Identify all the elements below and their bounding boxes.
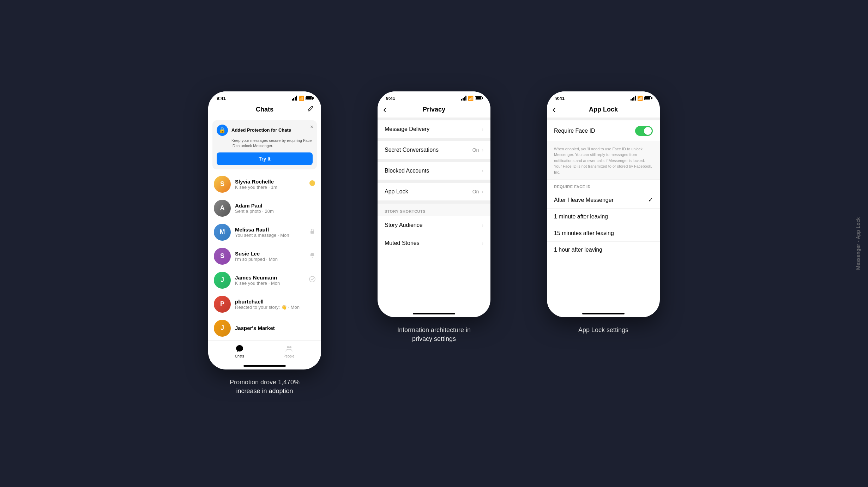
chat-preview: K see you there · 1m (235, 185, 305, 190)
status-icons-3: 📶 (631, 96, 651, 101)
chat-name: pburtchaell (235, 299, 311, 305)
battery-icon-3 (644, 96, 651, 100)
status-icons-2: 📶 (461, 96, 482, 101)
story-audience-item[interactable]: Story Audience › (378, 216, 490, 234)
chat-item[interactable]: P pburtchaell Reacted to your story: 👋 ·… (208, 292, 321, 316)
separator-top-3 (547, 118, 660, 120)
chat-name: Jasper's Market (235, 325, 311, 331)
phone2-caption: Information architecture in privacy sett… (397, 326, 471, 343)
avatar: S (214, 176, 231, 193)
chat-preview: Sent a photo · 20m (235, 209, 311, 214)
status-icons-1: 📶 (292, 96, 313, 101)
chat-item[interactable]: S Slyvia Rochelle K see you there · 1m (208, 172, 321, 196)
chat-preview: K see you there · Mon (235, 281, 305, 286)
option-label-3: 15 minutes after leaving (554, 230, 614, 236)
chat-item[interactable]: M Melissa Rauff You sent a message · Mon (208, 220, 321, 244)
story-audience-label: Story Audience (385, 222, 423, 228)
chevron-icon-2: › (482, 147, 483, 153)
avatar: P (214, 296, 231, 313)
back-button-2[interactable]: ‹ (383, 104, 386, 115)
nav-bar-2: ‹ Privacy (378, 103, 490, 118)
banner-title: Added Protection for Chats (231, 127, 291, 133)
phones-container: 9:41 📶 Chats (187, 91, 681, 396)
muted-stories-label: Muted Stories (385, 240, 420, 246)
require-option-1min[interactable]: 1 minute after leaving (547, 209, 660, 225)
app-lock-content: Require Face ID When enabled, you'll nee… (547, 120, 660, 313)
back-button-3[interactable]: ‹ (553, 104, 556, 115)
sep3 (378, 159, 490, 162)
face-id-description: When enabled, you'll need to use Face ID… (547, 142, 660, 180)
chat-item[interactable]: A Adam Paul Sent a photo · 20m (208, 196, 321, 220)
added-protection-banner: × 🔒 Added Protection for Chats Keep your… (212, 120, 317, 169)
chat-item[interactable]: J James Neumann K see you there · Mon (208, 268, 321, 292)
option-label-4: 1 hour after leaving (554, 247, 602, 253)
chat-item[interactable]: S Susie Lee I'm so pumped · Mon (208, 244, 321, 268)
wifi-icon-1: 📶 (299, 96, 304, 101)
secret-conversations-item[interactable]: Secret Conversations On › (378, 141, 490, 159)
wifi-icon-3: 📶 (637, 96, 643, 101)
sep4 (378, 180, 490, 183)
privacy-settings-list: Message Delivery › Secret Conversations … (378, 120, 490, 313)
time-3: 9:41 (555, 96, 565, 101)
battery-icon-2 (475, 96, 482, 100)
banner-subtitle: Keep your messages secure by requiring F… (231, 138, 313, 149)
tab-bar-1: Chats People (208, 340, 321, 365)
require-option-immediate[interactable]: After I leave Messenger ✓ (547, 192, 660, 209)
wifi-icon-2: 📶 (468, 96, 474, 101)
status-bar-2: 9:41 📶 (378, 91, 490, 103)
require-option-1hr[interactable]: 1 hour after leaving (547, 242, 660, 258)
sep5 (378, 201, 490, 204)
muted-stories-item[interactable]: Muted Stories › (378, 234, 490, 252)
checkmark-icon-1: ✓ (648, 197, 653, 203)
chat-info: Susie Lee I'm so pumped · Mon (235, 251, 305, 262)
svg-point-4 (289, 346, 291, 348)
require-option-15min[interactable]: 15 minutes after leaving (547, 225, 660, 242)
nav-bar-3: ‹ App Lock (547, 103, 660, 118)
chat-preview: I'm so pumped · Mon (235, 257, 305, 262)
option-label-2: 1 minute after leaving (554, 214, 608, 220)
chevron-icon-5: › (482, 222, 483, 228)
tab-chats[interactable]: Chats (235, 344, 244, 358)
chat-meta-icon (309, 228, 315, 236)
face-id-toggle[interactable] (635, 126, 653, 136)
banner-close-button[interactable]: × (310, 124, 313, 130)
try-it-button[interactable]: Try It (217, 152, 313, 165)
chat-name: Susie Lee (235, 251, 305, 257)
status-bar-1: 9:41 📶 (208, 91, 321, 103)
phone1-frame: 9:41 📶 Chats (208, 91, 321, 369)
phone3-frame: 9:41 📶 ‹ App Lock Require Fac (547, 91, 660, 317)
svg-rect-1 (311, 231, 314, 234)
svg-point-3 (287, 346, 289, 348)
battery-icon-1 (306, 96, 313, 100)
chevron-icon-3: › (482, 168, 483, 174)
svg-point-2 (309, 276, 315, 282)
app-lock-item[interactable]: App Lock On › (378, 183, 490, 201)
chat-info: James Neumann K see you there · Mon (235, 275, 305, 286)
chat-list: S Slyvia Rochelle K see you there · 1m A… (208, 172, 321, 340)
message-delivery-item[interactable]: Message Delivery › (378, 120, 490, 138)
home-indicator-3 (582, 313, 625, 314)
secret-conversations-value: On › (472, 147, 483, 153)
tab-people[interactable]: People (283, 344, 294, 358)
chat-item[interactable]: J Jasper's Market (208, 316, 321, 340)
home-indicator-1 (243, 365, 286, 367)
chat-name: Melissa Rauff (235, 227, 305, 233)
phone2-column: 9:41 📶 ‹ Privacy Message Delivery (356, 91, 512, 343)
sep2 (378, 138, 490, 141)
blocked-accounts-item[interactable]: Blocked Accounts › (378, 162, 490, 180)
phone1-caption: Promotion drove 1,470% increase in adopt… (230, 378, 300, 396)
people-tab-icon (284, 344, 294, 353)
chat-info: Adam Paul Sent a photo · 20m (235, 203, 311, 214)
chevron-icon-6: › (482, 240, 483, 246)
option-label-1: After I leave Messenger (554, 197, 614, 203)
phone2-frame: 9:41 📶 ‹ Privacy Message Delivery (378, 91, 490, 317)
avatar: M (214, 224, 231, 241)
time-2: 9:41 (386, 96, 395, 101)
chevron-icon: › (482, 126, 483, 132)
privacy-title: Privacy (423, 106, 445, 113)
banner-header: 🔒 Added Protection for Chats (217, 125, 313, 136)
edit-icon[interactable] (307, 105, 314, 114)
home-indicator-2 (413, 313, 455, 314)
banner-icon: 🔒 (217, 125, 228, 136)
blocked-accounts-label: Blocked Accounts (385, 168, 429, 174)
